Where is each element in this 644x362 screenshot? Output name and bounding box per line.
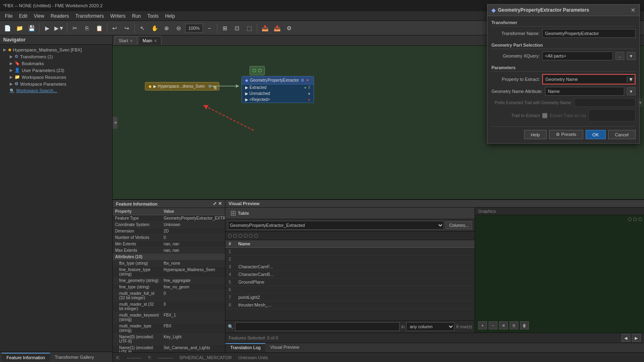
zoom-out-button[interactable]: ⊖ <box>173 23 184 34</box>
tab-start-close[interactable]: ✕ <box>130 39 133 43</box>
nav-item-workspace-resources[interactable]: ▶ 📁 Workspace Resources <box>0 74 112 80</box>
cancel-button[interactable]: Cancel <box>608 130 636 139</box>
add-writer-button[interactable]: 📤 <box>271 23 283 34</box>
prev-icon-3[interactable]: ⬡ <box>238 233 242 239</box>
table-icon[interactable]: ⊞ <box>230 209 236 218</box>
zoom-in-button[interactable]: ⊕ <box>161 23 172 34</box>
dialog-close-button[interactable]: ✕ <box>631 7 636 13</box>
redo-button[interactable]: ↪ <box>121 23 132 34</box>
property-extract-label: Property to Extract: <box>491 77 540 82</box>
graphics-minus-btn[interactable]: − <box>489 321 497 329</box>
run-with-prompt-button[interactable]: ▶▼ <box>54 23 65 34</box>
fit-selected-button[interactable]: ⊡ <box>231 23 243 34</box>
select-tool[interactable]: ↖ <box>137 23 148 34</box>
add-reader-button[interactable]: 📥 <box>259 23 270 34</box>
next-page-btn[interactable]: ▶ <box>632 334 641 342</box>
menu-file[interactable]: File <box>2 12 16 20</box>
feature-close-icon[interactable]: ✕ <box>218 201 222 206</box>
nav-item-transformers[interactable]: ▶ ⚙ Transformers (1) <box>0 53 112 60</box>
zoom-input[interactable] <box>185 24 203 33</box>
graphics-btn-3[interactable]: ⬡ <box>638 217 642 222</box>
columns-button[interactable]: Columns... <box>446 221 472 229</box>
menu-readers[interactable]: Readers <box>47 12 72 20</box>
prev-page-btn[interactable]: ◀ <box>621 334 630 342</box>
property-extract-dropdown-btn[interactable]: ▼ <box>627 76 635 82</box>
menu-run[interactable]: Run <box>129 12 144 20</box>
source-node[interactable]: ◆ ▶ Hyperspace...dness_Sven ⚙ ● <box>145 82 219 90</box>
feature-panel-header: Feature Information ⤢ ✕ <box>113 200 225 208</box>
tab-start[interactable]: Start ✕ <box>114 36 137 45</box>
name-cell: CharacterCamF... <box>235 263 475 271</box>
search-input[interactable] <box>235 322 400 331</box>
menu-edit[interactable]: Edit <box>16 12 31 20</box>
prev-icon-5[interactable]: ⬡ <box>249 233 253 239</box>
tab-transformer-gallery[interactable]: Transformer Gallery <box>50 353 99 361</box>
zoom-rect-button[interactable]: ⬚ <box>244 23 255 34</box>
nav-item-workspace-params[interactable]: ▶ ⚙ Workspace Parameters <box>0 80 112 87</box>
fit-all-button[interactable]: ⊞ <box>219 23 231 34</box>
geom-name-attr-dropdown-btn[interactable]: ▼ <box>627 87 636 95</box>
nav-item-workspace-search[interactable]: 🔍 Workspace Search... <box>0 87 112 94</box>
prev-icon-4[interactable]: ⬡ <box>244 233 248 239</box>
transformer-name-row: Transformer Name: <box>491 29 636 38</box>
search-column-select[interactable]: any column <box>406 322 454 331</box>
geom-xquery-dots-btn[interactable]: ... <box>615 52 624 60</box>
menu-transformers[interactable]: Transformers <box>72 12 107 20</box>
graphics-add-btn[interactable]: + <box>478 321 487 329</box>
help-button[interactable]: Help <box>524 130 547 139</box>
prefix-dropdown-btn: ▼ <box>638 99 643 107</box>
graphics-btn-2[interactable]: ⬡ <box>633 217 637 222</box>
graphics-x-btn[interactable]: ✕ <box>499 321 508 329</box>
menu-view[interactable]: View <box>31 12 47 20</box>
presets-button[interactable]: ⚙ Presets <box>549 130 583 139</box>
selected-count: 0 <box>267 335 269 340</box>
tab-main-close[interactable]: ✕ <box>154 39 157 43</box>
presets-icon: ⚙ <box>556 132 560 137</box>
copy-button[interactable]: ⎘ <box>81 23 93 34</box>
prev-icon-6[interactable]: ⬡ <box>254 233 258 239</box>
tab-main[interactable]: Main ✕ <box>138 36 161 45</box>
table-tab-label[interactable]: Table <box>238 211 249 216</box>
add-transformer-button[interactable]: ⚙ <box>283 23 295 34</box>
tab-translation-log[interactable]: Translation Log <box>225 343 265 352</box>
prev-icon-2[interactable]: ⬡ <box>233 233 237 239</box>
geom-node[interactable]: ◆ GeometryPropertyExtractor ⚙ ✕ ▶ Extrac… <box>242 76 314 103</box>
nav-item-bookmarks[interactable]: ▶ 🔖 Bookmarks <box>0 60 112 67</box>
bookmark-right-icon: ⬡ <box>258 68 262 73</box>
presets-label: Presets <box>561 132 576 137</box>
new-button[interactable]: 📄 <box>2 23 13 34</box>
row-num: 5 <box>225 278 235 286</box>
geom-node-label: GeometryPropertyExtractor <box>250 78 299 82</box>
graphics-trash-btn[interactable]: 🗑 <box>520 321 529 329</box>
cut-button[interactable]: ✂ <box>69 23 80 34</box>
graphics-copy-btn[interactable]: ⎘ <box>510 321 518 329</box>
tab-visual-preview[interactable]: Visual Preview <box>265 343 304 352</box>
undo-button[interactable]: ↩ <box>109 23 120 34</box>
menu-help[interactable]: Help <box>162 12 178 20</box>
paste-button[interactable]: 📋 <box>93 23 105 34</box>
run-button[interactable]: ▶ <box>41 23 53 34</box>
canvas-scroll-left[interactable]: ◀ <box>113 117 118 129</box>
ok-button[interactable]: OK <box>586 130 606 139</box>
geom-name-attr-input[interactable] <box>545 87 624 96</box>
pan-tool[interactable]: ✋ <box>149 23 160 34</box>
geom-port-extracted: ▶ Extracted ● 8 <box>242 84 314 90</box>
open-button[interactable]: 📁 <box>14 23 25 34</box>
preview-dropdown[interactable]: GeometryPropertyExtractor_Extracted <box>228 221 444 230</box>
save-button[interactable]: 💾 <box>26 23 37 34</box>
property-extract-input[interactable] <box>543 75 627 84</box>
graphics-btn-1[interactable]: ⬡ <box>628 217 632 222</box>
feature-expand-icon[interactable]: ⤢ <box>213 201 217 206</box>
section-row[interactable]: Attributes (10) <box>113 254 225 260</box>
scroll-left-icon: ◀ <box>114 121 116 124</box>
menu-writers[interactable]: Writers <box>107 12 129 20</box>
geom-xquery-dropdown-btn[interactable]: ▼ <box>627 52 636 60</box>
zoom-minus-button[interactable]: − <box>204 23 215 34</box>
tab-feature-information[interactable]: Feature Information <box>2 353 50 362</box>
geom-xquery-input[interactable] <box>542 51 613 60</box>
menu-tools[interactable]: Tools <box>144 12 162 20</box>
nav-item-workspace[interactable]: ▶ ◆ Hyperspace_Madness_Sven [FBX] <box>0 46 112 53</box>
prev-icon-1[interactable]: ⬡ <box>228 233 232 239</box>
nav-item-user-params[interactable]: ▶ 👤 User Parameters (23) <box>0 67 112 74</box>
transformer-name-input[interactable] <box>542 29 636 38</box>
